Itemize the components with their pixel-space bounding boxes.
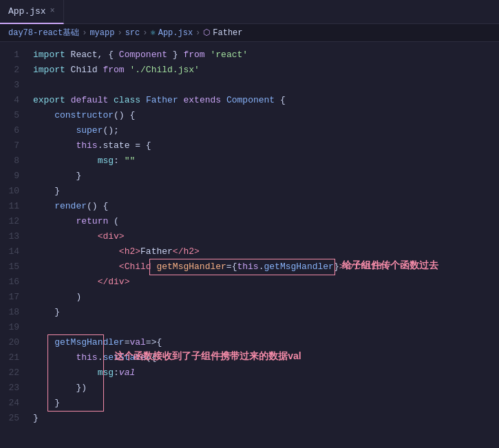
line-number: 23 [6,381,19,396]
line-number: 22 [6,365,19,381]
line-number: 3 [6,78,19,93]
line-number: 12 [6,214,19,229]
code-line: constructor() { [28,108,499,123]
code-line: }) [28,381,499,396]
code-line: this.state = { [28,138,499,153]
component-icon: ⬡ [203,28,210,38]
annotation-text-1: 给子组件传个函数过去 [342,259,438,272]
line-number: 13 [6,229,19,244]
code-line: } [28,169,499,184]
line-number: 20 [6,335,19,350]
code-content[interactable]: import React, { Component } from 'react'… [28,42,499,448]
annotation-text-2: 这个函数接收到了子组件携带过来的数据val [114,350,301,363]
line-number: 5 [6,108,19,123]
line-number: 7 [6,138,19,153]
code-line: render() { [28,199,499,214]
tab-label: App.jsx [8,6,46,17]
code-line: } [28,305,499,320]
code-area: 1234567891011121314151617181920212223242… [0,42,499,448]
code-line: msg:val [28,365,499,381]
line-number: 6 [6,123,19,138]
line-number: 21 [6,350,19,365]
code-line: <h2>Father</h2> [28,244,499,259]
code-line: return ( [28,214,499,229]
app-jsx-tab[interactable]: App.jsx × [0,0,64,24]
breadcrumb-myapp: myapp [89,28,114,38]
breadcrumb-day78: day78-react基础 [8,27,79,39]
line-number: 9 [6,169,19,184]
tab-bar: App.jsx × [0,0,499,24]
code-line: } [28,184,499,199]
breadcrumb-src: src [125,28,140,38]
code-line: import React, { Component } from 'react' [28,47,499,63]
code-line: <div> [28,229,499,244]
code-line: } [28,396,499,411]
line-number: 16 [6,275,19,290]
breadcrumb-father: Father [213,28,242,38]
code-line: msg: "" [28,153,499,169]
line-number: 19 [6,320,19,335]
code-line: export default class Father extends Comp… [28,93,499,108]
line-number: 11 [6,199,19,214]
breadcrumb-appjsx: App.jsx [158,28,193,38]
code-line: </div> [28,275,499,290]
code-line: ) [28,290,499,305]
sep3: › [142,28,147,38]
line-number: 1 [6,47,19,63]
line-number: 25 [6,411,19,426]
code-line: getMsgHandler=val=>{ [28,335,499,350]
line-number: 2 [6,63,19,78]
line-number: 8 [6,153,19,169]
line-number: 10 [6,184,19,199]
code-line [28,320,499,335]
sep2: › [117,28,122,38]
sep1: › [82,28,87,38]
line-number: 18 [6,305,19,320]
line-numbers: 1234567891011121314151617181920212223242… [0,42,28,448]
line-number: 17 [6,290,19,305]
breadcrumb: day78-react基础 › myapp › src › ⚛ App.jsx … [0,24,499,42]
line-number: 4 [6,93,19,108]
line-number: 15 [6,259,19,275]
line-number: 24 [6,396,19,411]
code-line [28,78,499,93]
tab-close-icon[interactable]: × [50,6,55,16]
sep4: › [195,28,200,38]
code-line: super(); [28,123,499,138]
code-line: import Child from './Child.jsx' [28,63,499,78]
react-icon: ⚛ [150,28,155,38]
code-line: } [28,411,499,426]
line-number: 14 [6,244,19,259]
